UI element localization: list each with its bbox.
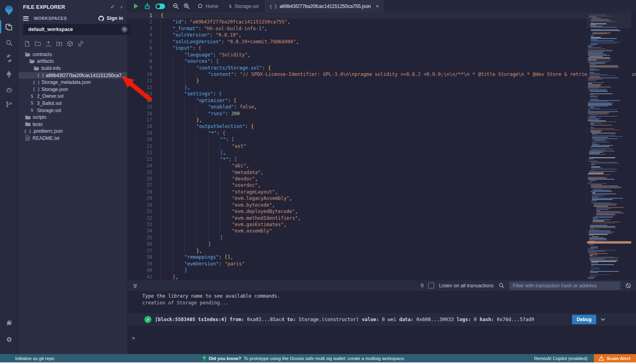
transaction-filter-input[interactable]: [509, 281, 620, 290]
debug-button[interactable]: Debug: [572, 315, 596, 324]
remix-logo-icon[interactable]: [0, 3, 18, 17]
tree-item-storage-metadata-json[interactable]: { }Storage_metadata.json: [18, 79, 127, 86]
tree-item-contracts[interactable]: contracts: [18, 51, 127, 58]
code-line[interactable]: 21"ast": [128, 143, 636, 149]
code-line-content: "metadata",: [155, 169, 636, 176]
deploy-and-run-icon[interactable]: [0, 68, 18, 81]
run-script-play-icon[interactable]: [134, 0, 139, 12]
tree-item-a69b43f277ba20fcac141151250ca7-[interactable]: { }a69b43f277ba20fcac141151250ca7...: [18, 72, 127, 79]
create-new-file-icon[interactable]: [24, 41, 31, 47]
tree-item-2-owner-sol[interactable]: S2_Owner.sol: [18, 93, 127, 100]
create-new-folder-icon[interactable]: [35, 41, 41, 47]
code-line[interactable]: 20"": [: [128, 136, 636, 143]
code-line[interactable]: 37},: [128, 248, 636, 254]
tree-item-artifacts[interactable]: artifacts: [18, 58, 127, 65]
code-line[interactable]: 14"optimizer": {: [128, 97, 636, 104]
code-line[interactable]: 33"evm.gasEstimates",: [128, 221, 636, 228]
git-init-status[interactable]: Initialize as git repo: [15, 356, 54, 361]
code-line[interactable]: 23"*": [: [128, 156, 636, 163]
clear-console-icon[interactable]: [625, 283, 631, 288]
code-line[interactable]: 38"remappings": [],: [128, 254, 636, 260]
create-box-icon[interactable]: [67, 41, 74, 47]
tree-item-storage-json[interactable]: { }Storage.json: [18, 86, 127, 93]
tree-item-tests[interactable]: tests: [18, 121, 127, 128]
remix-ai-robot-icon[interactable]: [144, 0, 151, 12]
code-line[interactable]: 8"sources": {: [128, 58, 636, 64]
tree-item-scripts[interactable]: scripts: [18, 114, 127, 121]
code-line[interactable]: 31"evm.deployedBytecode",: [128, 208, 636, 215]
tree-item-build-info[interactable]: build-info: [18, 65, 127, 72]
code-line[interactable]: 7"language": "Solidity",: [128, 52, 636, 58]
code-line[interactable]: 9"contracts/Storage.sol": {: [128, 65, 636, 71]
code-line[interactable]: 12},: [128, 84, 636, 91]
tab-home[interactable]: Home: [192, 0, 224, 12]
tab-close-icon[interactable]: ×: [376, 4, 379, 9]
tree-item-storage-sol[interactable]: SStorage.sol: [18, 107, 127, 114]
code-line[interactable]: 27"userdoc",: [128, 182, 636, 188]
zoom-in-icon[interactable]: [183, 0, 190, 12]
code-line[interactable]: 10"content": "// SPDX-License-Identifier…: [128, 71, 636, 77]
code-line[interactable]: 15"enabled": false,: [128, 104, 636, 110]
code-line[interactable]: 36}: [128, 241, 636, 247]
tree-item--prettierrc-json[interactable]: { }.prettierrc.json: [18, 128, 127, 135]
code-line[interactable]: 39"evmVersion": "paris": [128, 261, 636, 267]
settings-gear-icon[interactable]: [0, 333, 18, 347]
code-line[interactable]: 34"evm.assembly": [128, 228, 636, 234]
listen-all-transactions-checkbox[interactable]: [428, 283, 434, 288]
code-line[interactable]: 41},: [128, 274, 636, 280]
code-line[interactable]: 32"evm.methodIdentifiers",: [128, 215, 636, 221]
solidity-compiler-icon[interactable]: [0, 52, 18, 65]
workspace-select[interactable]: default_workspace ⇅: [23, 24, 131, 35]
code-line[interactable]: 2"id": "a69b43f277ba20fcac141151250ca755…: [128, 19, 636, 25]
ai-toggle-switch[interactable]: [155, 0, 165, 12]
code-line[interactable]: 30"evm.bytecode",: [128, 202, 636, 208]
plugin-manager-icon[interactable]: [0, 316, 18, 330]
accept-check-icon[interactable]: ✓: [111, 4, 115, 10]
search-icon[interactable]: [0, 36, 18, 50]
upload-file-icon[interactable]: [45, 41, 52, 47]
code-line[interactable]: 40}: [128, 267, 636, 273]
code-line[interactable]: 22],: [128, 149, 636, 156]
code-line[interactable]: 18"outputSelection": {: [128, 123, 636, 130]
editor-minimap[interactable]: us: [587, 12, 636, 280]
code-line[interactable]: 4"solcVersion": "0.8.19",: [128, 32, 636, 38]
code-line[interactable]: 3"_format": "hh-sol-build-info-1",: [128, 25, 636, 32]
token-b1: {: [234, 98, 237, 103]
scam-alert-badge[interactable]: Scam Alert: [594, 354, 636, 362]
code-line[interactable]: 13"settings": {: [128, 91, 636, 97]
code-line[interactable]: 19"*": {: [128, 130, 636, 136]
code-line[interactable]: 35]: [128, 234, 636, 241]
code-line[interactable]: 17},: [128, 117, 636, 123]
expand-transaction-caret-icon[interactable]: [600, 317, 606, 322]
tree-item-3-ballot-sol[interactable]: S3_Ballot.sol: [18, 100, 127, 107]
github-sign-in-button[interactable]: Sign in: [98, 15, 123, 21]
chevron-right-icon[interactable]: ›: [120, 4, 122, 10]
code-line[interactable]: 5"solcLongVersion": "0.8.19+commit.7dd6d…: [128, 39, 636, 45]
terminal-prompt[interactable]: >: [132, 335, 135, 341]
code-line[interactable]: 6"input": {: [128, 45, 636, 51]
code-line[interactable]: 1{: [128, 12, 636, 19]
terminal-collapse-icon[interactable]: [132, 283, 138, 288]
code-line[interactable]: 24"abi",: [128, 163, 636, 169]
code-editor[interactable]: 1{2"id": "a69b43f277ba20fcac141151250ca7…: [128, 12, 636, 280]
tab-storage-sol[interactable]: SStorage.sol: [224, 0, 264, 12]
workspace-menu-icon[interactable]: [23, 15, 29, 21]
code-line[interactable]: 11}: [128, 77, 636, 84]
copilot-status[interactable]: RemixAI Copilot (enabled): [534, 356, 588, 361]
tree-item-readme-txt[interactable]: README.txt: [18, 135, 127, 142]
git-icon[interactable]: [0, 97, 18, 111]
workspace-sort-icon[interactable]: ⇅: [121, 26, 128, 33]
zoom-out-icon[interactable]: [173, 0, 179, 12]
link-icon[interactable]: [78, 41, 84, 47]
file-explorer-icon[interactable]: [0, 20, 18, 34]
code-line[interactable]: 16"runs": 200: [128, 110, 636, 117]
debugger-icon[interactable]: [0, 83, 18, 97]
code-line[interactable]: 29"evm.legacyAssembly",: [128, 195, 636, 201]
transaction-log-row[interactable]: ✓ [block:5583405 txIndex:4] from: 0xa03.…: [128, 313, 636, 326]
code-line[interactable]: 28"storageLayout",: [128, 189, 636, 195]
tab-a69b43f277ba20fcac141151250ca755-json[interactable]: { }a69b43f277ba20fcac141151250ca755.json…: [264, 0, 384, 12]
terminal-search-icon[interactable]: [498, 283, 504, 288]
upload-folder-icon[interactable]: [56, 41, 63, 47]
code-line[interactable]: 25"metadata",: [128, 169, 636, 176]
code-line[interactable]: 26"devdoc",: [128, 176, 636, 182]
